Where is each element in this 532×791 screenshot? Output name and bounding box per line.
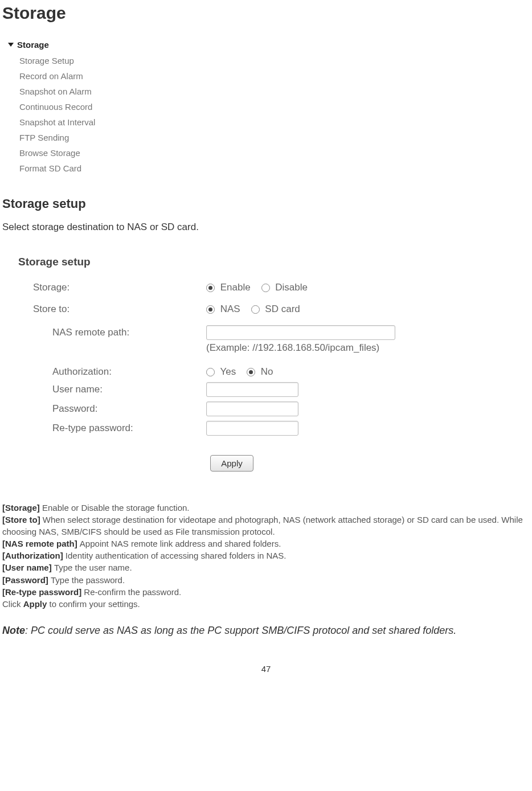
menu-item-storage-setup[interactable]: Storage Setup [2, 53, 130, 68]
def-storage-key: [Storage] [2, 503, 42, 513]
user-input[interactable] [206, 382, 298, 397]
apply-line-word: Apply [23, 599, 47, 609]
radio-store-nas[interactable] [206, 305, 215, 314]
note-text: : PC could serve as NAS as long as the P… [25, 625, 456, 636]
menu-item-record-on-alarm[interactable]: Record on Alarm [2, 68, 130, 84]
radio-auth-no-label: No [261, 366, 273, 377]
radio-storage-enable[interactable] [206, 284, 215, 292]
def-storage-val: Enable or Disable the storage function. [42, 503, 190, 513]
radio-auth-no[interactable] [247, 368, 255, 376]
def-repass-val: Re-confirm the password. [84, 587, 181, 597]
store-to-label: Store to: [18, 304, 206, 315]
page-number: 47 [2, 664, 530, 674]
radio-store-sd[interactable] [251, 305, 260, 314]
note-block: Note: PC could serve as NAS as long as t… [2, 624, 530, 637]
repassword-label: Re-type password: [18, 423, 206, 434]
radio-auth-yes-label: Yes [220, 366, 236, 377]
apply-button[interactable]: Apply [210, 455, 253, 472]
storage-setup-panel: Storage setup Storage: Enable Disable St… [2, 245, 480, 487]
def-naspath-val: Appoint NAS remote link address and shar… [80, 539, 281, 548]
def-auth-val: Identity authentication of accessing sha… [66, 551, 287, 560]
nas-path-label: NAS remote path: [18, 327, 206, 338]
nas-path-input[interactable] [206, 325, 395, 340]
radio-store-nas-label: NAS [220, 304, 240, 314]
panel-title: Storage setup [18, 256, 480, 268]
apply-line-pre: Click [2, 599, 23, 609]
radio-storage-disable[interactable] [261, 284, 270, 292]
repassword-input[interactable] [206, 421, 298, 436]
menu-header[interactable]: Storage [2, 40, 130, 53]
def-auth-key: [Authorization] [2, 551, 66, 560]
def-naspath-key: [NAS remote path] [2, 539, 80, 548]
menu-item-snapshot-interval[interactable]: Snapshot at Interval [2, 114, 130, 130]
section-heading: Storage setup [2, 196, 530, 211]
radio-auth-yes[interactable] [206, 368, 215, 376]
def-user-val: Type the user name. [54, 563, 132, 572]
section-intro: Select storage destination to NAS or SD … [2, 222, 530, 233]
menu-header-label: Storage [17, 40, 49, 50]
user-label: User name: [18, 384, 206, 395]
menu-item-browse-storage[interactable]: Browse Storage [2, 145, 130, 161]
def-storeto-key: [Store to] [2, 515, 43, 524]
menu-item-continuous-record[interactable]: Continuous Record [2, 99, 130, 114]
auth-label: Authorization: [18, 366, 206, 378]
def-user-key: [User name] [2, 563, 54, 572]
radio-store-sd-label: SD card [265, 304, 300, 314]
def-pass-val: Type the password. [51, 575, 125, 585]
radio-storage-enable-label: Enable [220, 282, 251, 293]
menu-item-snapshot-on-alarm[interactable]: Snapshot on Alarm [2, 84, 130, 99]
page-title: Storage [2, 3, 530, 23]
menu-item-format-sd-card[interactable]: Format SD Card [2, 161, 130, 176]
note-label: Note [2, 625, 25, 636]
def-repass-key: [Re-type password] [2, 587, 84, 597]
def-storeto-val: When select storage destination for vide… [2, 515, 523, 536]
nas-path-hint: (Example: //192.168.168.50/ipcam_files) [18, 342, 480, 354]
storage-label: Storage: [18, 282, 206, 293]
password-label: Password: [18, 403, 206, 415]
definitions-block: [Storage] Enable or Disable the storage … [2, 502, 530, 610]
password-input[interactable] [206, 401, 298, 416]
def-pass-key: [Password] [2, 575, 51, 585]
storage-menu: Storage Storage Setup Record on Alarm Sn… [2, 35, 130, 182]
apply-line-post: to confirm your settings. [47, 599, 140, 609]
menu-item-ftp-sending[interactable]: FTP Sending [2, 130, 130, 145]
radio-storage-disable-label: Disable [275, 282, 308, 293]
chevron-down-icon [8, 43, 14, 47]
